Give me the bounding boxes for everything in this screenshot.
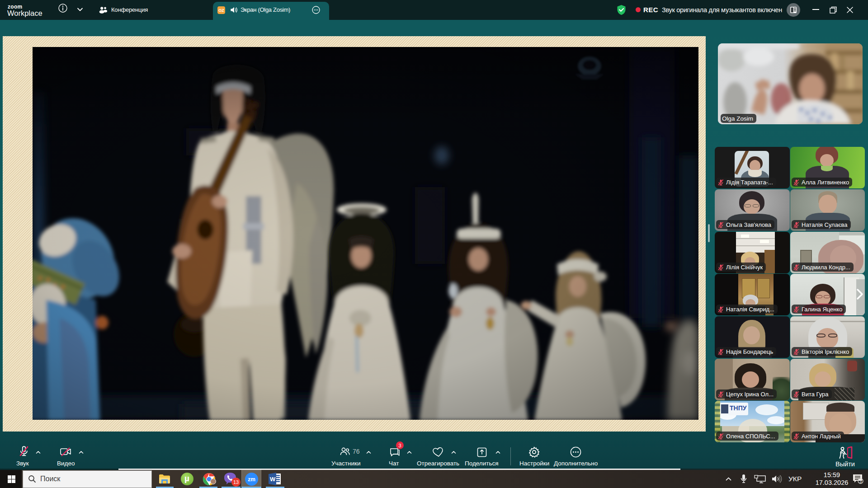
svg-text:W: W <box>270 476 276 483</box>
svg-text:3: 3 <box>859 479 862 484</box>
